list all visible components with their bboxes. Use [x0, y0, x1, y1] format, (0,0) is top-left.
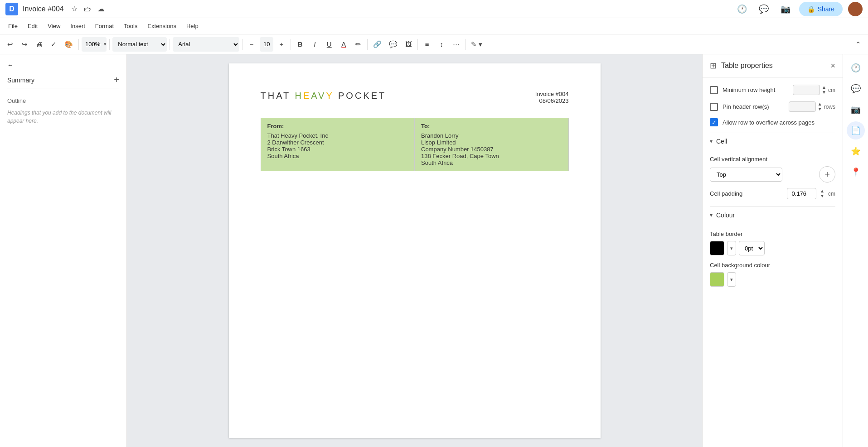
from-line-4: South Africa [267, 153, 408, 159]
summary-add-button[interactable]: + [114, 75, 119, 85]
min-row-height-input[interactable] [793, 85, 820, 95]
table-border-picker-row: ▾ 0pt 1pt 2pt 3pt [710, 241, 835, 255]
pin-header-unit: rows [824, 104, 835, 110]
cell-padding-input[interactable] [787, 188, 816, 199]
right-star-button[interactable]: ⭐ [847, 142, 865, 160]
invoice-number: Invoice #004 [535, 91, 569, 97]
comments-button[interactable]: 💬 [756, 1, 772, 17]
right-doc-button[interactable]: 📄 [847, 121, 865, 139]
sidebar-back-button[interactable]: ← [7, 62, 119, 68]
allow-overflow-checkbox[interactable]: ✓ [710, 118, 718, 126]
meet-button[interactable]: 📷 [777, 1, 794, 17]
pin-header-input[interactable] [789, 101, 816, 112]
font-size-increase-button[interactable]: + [275, 37, 288, 52]
print-button[interactable]: 🖨 [33, 37, 45, 52]
folder-button[interactable]: 🗁 [84, 5, 91, 13]
menu-insert[interactable]: Insert [66, 21, 90, 31]
min-row-height-up[interactable]: ▲ [822, 85, 826, 90]
spellcheck-button[interactable]: ✓ [47, 37, 60, 52]
panel-body: Minimum row height ▲ ▼ cm Pin header row… [703, 77, 843, 300]
outline-description: Headings that you add to the document wi… [7, 109, 119, 125]
right-comments-button[interactable]: 💬 [847, 80, 865, 98]
to-line-5: South Africa [421, 159, 562, 166]
font-size-input[interactable] [260, 41, 273, 48]
image-button[interactable]: 🖼 [402, 37, 415, 52]
cell-alignment-select[interactable]: Top Middle Bottom [710, 168, 782, 182]
link-button[interactable]: 🔗 [370, 37, 384, 52]
to-line-3: Company Number 1450387 [421, 146, 562, 153]
underline-button[interactable]: U [323, 37, 335, 52]
line-spacing-button[interactable]: ↕ [435, 37, 448, 52]
menu-edit[interactable]: Edit [23, 21, 42, 31]
table-border-row: Table border ▾ 0pt 1pt 2pt 3pt [710, 231, 835, 255]
panel-close-button[interactable]: × [830, 61, 835, 71]
more-toolbar-button[interactable]: ⋯ [450, 37, 462, 52]
cloud-button[interactable]: ☁ [97, 5, 105, 13]
right-map-button[interactable]: 📍 [847, 163, 865, 181]
cell-padding-up[interactable]: ▲ [820, 189, 824, 193]
text-color-button[interactable]: A [337, 37, 350, 52]
italic-button[interactable]: I [308, 37, 321, 52]
cell-vertical-alignment-label: Cell vertical alignment [710, 156, 835, 163]
min-row-height-checkbox[interactable] [710, 86, 718, 94]
share-button[interactable]: 🔒 Share [799, 2, 843, 16]
table-border-color-swatch[interactable] [710, 241, 724, 255]
panel-title-row: ⊞ Table properties [710, 61, 773, 71]
to-line-1: Brandon Lorry [421, 132, 562, 139]
comment-button[interactable]: 💬 [386, 37, 400, 52]
colour-section-body: Table border ▾ 0pt 1pt 2pt 3pt Cell back… [710, 231, 835, 287]
pin-header-checkbox[interactable] [710, 103, 718, 111]
font-select[interactable]: Arial Times New Roman Courier New [173, 37, 239, 52]
font-size-box[interactable] [260, 37, 273, 52]
min-row-height-down[interactable]: ▼ [822, 90, 826, 95]
menu-tools[interactable]: Tools [119, 21, 142, 31]
allow-overflow-row: ✓ Allow row to overflow across pages [710, 118, 835, 126]
pin-header-stepper: ▲ ▼ [818, 102, 822, 111]
invoice-header: THAT HEAVY POCKET Invoice #004 08/06/202… [261, 91, 569, 104]
divider-5 [291, 39, 291, 50]
address-table: From: That Heavy Pocket. Inc 2 Danwither… [261, 118, 568, 171]
min-row-height-unit: cm [828, 87, 835, 93]
cell-section-header[interactable]: ▾ Cell [710, 133, 835, 149]
style-select[interactable]: Normal text Heading 1 Heading 2 Heading … [112, 37, 167, 52]
collapse-toolbar-button[interactable]: ⌃ [852, 37, 864, 52]
history-button[interactable]: 🕐 [734, 1, 750, 17]
menu-extensions[interactable]: Extensions [143, 21, 181, 31]
align-button[interactable]: ≡ [421, 37, 433, 52]
right-history-button[interactable]: 🕐 [847, 59, 865, 77]
to-cell[interactable]: To: Brandon Lorry Lisop Limited Company … [415, 118, 568, 171]
table-border-size-select[interactable]: 0pt 1pt 2pt 3pt [739, 241, 765, 255]
panel-title: Table properties [721, 62, 773, 70]
from-cell[interactable]: From: That Heavy Pocket. Inc 2 Danwither… [261, 118, 415, 171]
summary-section: Summary + [7, 75, 119, 88]
undo-button[interactable]: ↩ [4, 37, 16, 52]
sidebar: ← Summary + Outline Headings that you ad… [0, 54, 127, 447]
redo-button[interactable]: ↪ [18, 37, 31, 52]
pin-header-up[interactable]: ▲ [818, 102, 822, 106]
star-button[interactable]: ☆ [71, 5, 78, 13]
paint-button[interactable]: 🎨 [62, 37, 76, 52]
editing-mode-button[interactable]: ✎ ▾ [468, 37, 485, 52]
menu-view[interactable]: View [43, 21, 65, 31]
to-line-2: Lisop Limited [421, 139, 562, 146]
menu-help[interactable]: Help [182, 21, 203, 31]
table-border-color-dropdown[interactable]: ▾ [727, 241, 736, 255]
highlight-button[interactable]: ✏ [352, 37, 364, 52]
table-properties-panel: ⊞ Table properties × Minimum row height … [702, 54, 843, 447]
address-table-wrapper: From: That Heavy Pocket. Inc 2 Danwither… [261, 118, 569, 171]
pin-header-label: Pin header row(s) [723, 103, 784, 110]
colour-section-header[interactable]: ▾ Colour [710, 207, 835, 223]
bold-button[interactable]: B [294, 37, 306, 52]
zoom-box[interactable]: 100% ▾ [82, 37, 107, 52]
pin-header-down[interactable]: ▼ [818, 107, 822, 111]
cell-padding-down[interactable]: ▼ [820, 194, 824, 198]
add-cell-button[interactable]: + [819, 166, 835, 183]
right-video-button[interactable]: 📷 [847, 101, 865, 119]
font-size-decrease-button[interactable]: − [245, 37, 258, 52]
cell-bg-color-swatch[interactable] [710, 272, 724, 287]
min-row-height-input-group: ▲ ▼ cm [793, 85, 835, 95]
cell-bg-color-dropdown[interactable]: ▾ [727, 272, 736, 287]
menu-file[interactable]: File [4, 21, 22, 31]
doc-title: Invoice #004 [23, 5, 64, 13]
menu-format[interactable]: Format [91, 21, 118, 31]
